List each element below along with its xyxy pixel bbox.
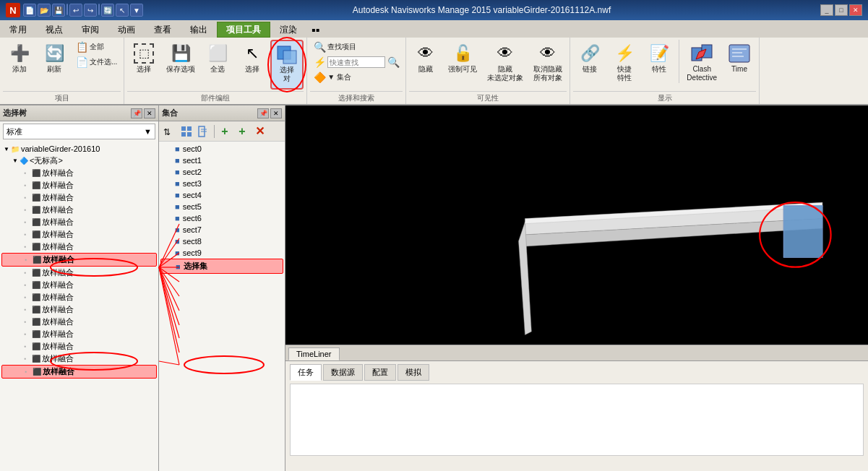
selection-tree-close[interactable]: ✕: [144, 108, 155, 118]
open-button[interactable]: 📂: [38, 4, 51, 17]
redo-button[interactable]: ↪: [84, 4, 97, 17]
tree-item-fused9-selected[interactable]: ▪ ⬛ 放样融合: [1, 253, 157, 267]
clash-detective-button[interactable]: ClashDetective: [682, 40, 721, 90]
coll-item-sect8[interactable]: ■ sect8: [160, 236, 283, 247]
find-item-button[interactable]: 🔍 查找项目: [310, 40, 403, 54]
sect-icon-7: ■: [175, 225, 180, 234]
select-overlay-button[interactable]: 选择对: [270, 40, 304, 90]
coll-btn-delete[interactable]: ✕: [252, 124, 267, 139]
group-part-edit: ⬚ 选择 💾 保存选项 ⬜ 全选 ↖ 选择: [124, 38, 307, 104]
link-icon: 🔗: [578, 42, 601, 65]
svg-rect-10: [181, 126, 186, 131]
tab-output[interactable]: 输出: [181, 22, 217, 38]
tree-item-fused10[interactable]: ▪ ⬛ 放样融合: [1, 267, 157, 279]
coll-item-sect6[interactable]: ■ sect6: [160, 212, 283, 224]
bottom-tabs-row: 任务 数据源 配置 模拟: [290, 364, 864, 381]
tree-item-fused1[interactable]: ▪ ⬛ 放样融合: [1, 167, 157, 179]
quick-find-input[interactable]: [327, 56, 385, 68]
unhide-all-icon: 👁: [536, 42, 559, 65]
force-visible-button[interactable]: 🔓 强制可见: [444, 40, 481, 90]
tab-project-tools[interactable]: 项目工具: [217, 22, 270, 38]
cluster-button[interactable]: 🔶 ▼ 集合: [310, 70, 403, 85]
more-button[interactable]: ▼: [130, 4, 143, 17]
full-select-button[interactable]: ⬜ 全选: [201, 40, 234, 90]
tab-view[interactable]: 查看: [145, 22, 181, 38]
bottom-tab-simulate[interactable]: 模拟: [398, 364, 429, 381]
coll-btn-add[interactable]: +: [217, 124, 233, 139]
file-options-button[interactable]: 📄 文件选...: [72, 55, 121, 69]
group-project-label: 项目: [3, 91, 121, 104]
tree-item-fused5[interactable]: ▪ ⬛ 放样融合: [1, 216, 157, 228]
coll-item-sect7[interactable]: ■ sect7: [160, 224, 283, 236]
quick-find-button[interactable]: ⚡ 🔍: [310, 55, 403, 69]
tree-item-root[interactable]: ▼ 📁 variableGirder-201610: [1, 143, 157, 155]
coll-item-sect2[interactable]: ■ sect2: [160, 166, 283, 178]
coll-item-sect4[interactable]: ■ sect4: [160, 189, 283, 201]
maximize-button[interactable]: □: [835, 4, 848, 16]
save-button[interactable]: 💾: [52, 4, 65, 17]
coll-btn-icon1[interactable]: [179, 124, 194, 139]
coll-item-sect3[interactable]: ■ sect3: [160, 178, 283, 189]
tab-review[interactable]: 审阅: [72, 22, 108, 38]
minimize-button[interactable]: _: [820, 4, 833, 16]
selection-tree-pin[interactable]: 📌: [131, 108, 142, 118]
tab-render[interactable]: 渲染: [270, 22, 306, 38]
quick-prop-button[interactable]: ⚡ 快捷特性: [608, 40, 641, 90]
fused-icon9: ⬛: [32, 255, 42, 265]
tree-item-fused18-selected[interactable]: ▪ ⬛ 放样融合: [1, 365, 157, 379]
tree-item-nolevel[interactable]: ▼ 🔷 <无标高>: [1, 155, 157, 167]
refresh-ribbon-button[interactable]: 🔄 刷新: [38, 40, 71, 90]
coll-item-selectset[interactable]: ■ 选择集: [160, 259, 283, 274]
coll-btn-add2[interactable]: +: [234, 124, 250, 139]
check-icon1: ▪: [20, 168, 30, 178]
properties-button[interactable]: 📝 特性: [643, 40, 676, 90]
save-select-button[interactable]: 💾 保存选项: [162, 40, 199, 90]
tab-extra[interactable]: ▪▪: [306, 22, 325, 38]
coll-btn-icon2[interactable]: [196, 124, 212, 139]
tab-viewpoint[interactable]: 视点: [36, 22, 72, 38]
tree-item-fused12[interactable]: ▪ ⬛ 放样融合: [1, 291, 157, 303]
bottom-tab-config[interactable]: 配置: [364, 364, 396, 381]
refresh-button[interactable]: 🔄: [101, 4, 114, 17]
new-button[interactable]: 📄: [23, 4, 36, 17]
undo-button[interactable]: ↩: [69, 4, 82, 17]
tree-item-fused13[interactable]: ▪ ⬛ 放样融合: [1, 303, 157, 316]
tree-item-fused16[interactable]: ▪ ⬛ 放样融合: [1, 340, 157, 353]
unhide-all-button[interactable]: 👁 取消隐藏所有对象: [529, 40, 567, 90]
tab-home[interactable]: 常用: [0, 22, 36, 38]
tree-item-fused15[interactable]: ▪ ⬛ 放样融合: [1, 328, 157, 340]
coll-item-sect1[interactable]: ■ sect1: [160, 155, 283, 166]
hide-unselected-button[interactable]: 👁 隐藏未选定对象: [483, 40, 528, 90]
bottom-tab-tasks[interactable]: 任务: [290, 364, 322, 381]
tree-standard-dropdown[interactable]: 标准 ▼: [3, 124, 155, 139]
close-button[interactable]: ✕: [849, 4, 862, 16]
timeliner-panel-tab[interactable]: TimeLiner: [288, 347, 340, 360]
tree-item-fused17[interactable]: ▪ ⬛ 放样融合: [1, 353, 157, 365]
link-button[interactable]: 🔗 链接: [573, 40, 606, 90]
coll-item-sect0[interactable]: ■ sect0: [160, 143, 283, 155]
quick-find-icon: ⚡: [314, 56, 325, 68]
search-small-group1: 🔍 查找项目 ⚡ 🔍 🔶 ▼ 集合: [310, 40, 403, 90]
tree-item-fused6[interactable]: ▪ ⬛ 放样融合: [1, 228, 157, 241]
select-tool-button[interactable]: ↖ 选择: [236, 40, 269, 90]
timeliner-button[interactable]: Time: [723, 40, 756, 90]
coll-item-sect5[interactable]: ■ sect5: [160, 201, 283, 212]
all-button[interactable]: 📋 全部: [72, 40, 121, 54]
tree-item-fused4[interactable]: ▪ ⬛ 放样融合: [1, 204, 157, 216]
viewport-3d[interactable]: [285, 105, 868, 345]
select-large-button[interactable]: ⬚ 选择: [127, 40, 160, 90]
tab-animation[interactable]: 动画: [108, 22, 145, 38]
tree-item-fused7[interactable]: ▪ ⬛ 放样融合: [1, 241, 157, 253]
tree-item-fused3[interactable]: ▪ ⬛ 放样融合: [1, 191, 157, 204]
coll-item-sect9[interactable]: ■ sect9: [160, 247, 283, 259]
coll-btn-sort-asc[interactable]: ⇅: [161, 124, 177, 139]
tree-item-fused11[interactable]: ▪ ⬛ 放样融合: [1, 279, 157, 291]
select-arrow-button[interactable]: ↖: [116, 4, 129, 17]
bottom-tab-datasources[interactable]: 数据源: [323, 364, 363, 381]
collection-pin[interactable]: 📌: [257, 108, 269, 118]
tree-item-fused14[interactable]: ▪ ⬛ 放样融合: [1, 316, 157, 328]
hide-button[interactable]: 👁 隐藏: [409, 40, 442, 90]
add-button[interactable]: ➕ 添加: [3, 40, 36, 90]
tree-item-fused2[interactable]: ▪ ⬛ 放样融合: [1, 179, 157, 191]
collection-close[interactable]: ✕: [270, 108, 282, 118]
